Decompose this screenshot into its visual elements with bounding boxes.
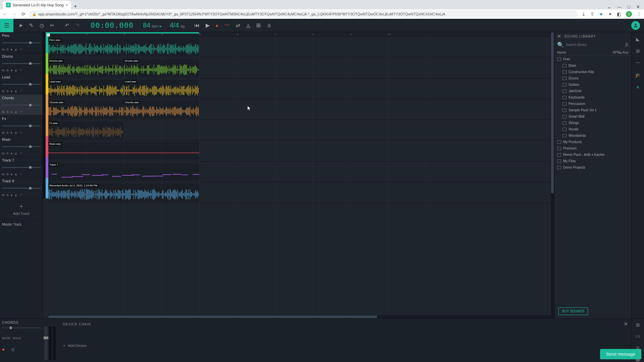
track-header[interactable]: Riser M S ● ⫼ 〰 bbox=[0, 136, 43, 157]
add-device-button[interactable]: + Add Device bbox=[63, 344, 617, 348]
user-avatar[interactable] bbox=[631, 21, 640, 30]
library-folder[interactable]: Sample Pack Vol 1 bbox=[554, 107, 631, 113]
extensions-icon[interactable]: ✦ bbox=[608, 11, 612, 17]
track-header[interactable]: Track 7 M S ● ⫼ 〰 bbox=[0, 157, 43, 178]
track-eq-icon[interactable]: ⫼ bbox=[14, 173, 17, 176]
bookmark-icon[interactable]: ★ bbox=[599, 11, 603, 17]
record-icon[interactable]: ● bbox=[216, 23, 218, 28]
scissors-tool-icon[interactable]: ✂ bbox=[50, 22, 54, 28]
timeline-ruler[interactable]: 2345678910 bbox=[48, 32, 551, 37]
track-volume-slider[interactable] bbox=[2, 42, 41, 43]
fader[interactable] bbox=[44, 326, 48, 360]
library-search-input[interactable] bbox=[566, 43, 623, 47]
mute-button[interactable]: M bbox=[2, 193, 5, 197]
solo-button[interactable]: S bbox=[7, 89, 9, 93]
close-window-icon[interactable]: ✕ bbox=[636, 4, 640, 9]
grid-icon[interactable]: ⊞ bbox=[636, 48, 640, 54]
library-folder[interactable]: Premium bbox=[554, 145, 631, 152]
track-volume-slider[interactable] bbox=[2, 63, 41, 64]
tab-close-icon[interactable]: × bbox=[66, 3, 68, 7]
track-automation-icon[interactable]: 〰 bbox=[19, 173, 22, 176]
solo-button[interactable]: S bbox=[7, 152, 9, 155]
audio-clip[interactable]: Perc.wav bbox=[48, 38, 199, 56]
marker-icon[interactable]: ◣ bbox=[636, 36, 640, 42]
browser-tab[interactable]: A Generated Lo-Fi Hip Hop Song × bbox=[3, 1, 71, 9]
audio-clip[interactable]: Riser.wav bbox=[48, 142, 199, 160]
track-automation-icon[interactable]: 〰 bbox=[19, 110, 22, 114]
sidepanel-icon[interactable]: ◧ bbox=[617, 11, 621, 17]
pencil-tool-icon[interactable]: ✎ bbox=[29, 22, 34, 28]
timer-tool-icon[interactable]: ◷ bbox=[40, 22, 44, 28]
arm-record-icon[interactable]: ● bbox=[11, 152, 12, 155]
track-automation-icon[interactable]: 〰 bbox=[19, 69, 22, 72]
add-track-button[interactable]: +Add Track bbox=[0, 198, 43, 220]
undo-icon[interactable]: ↶ bbox=[65, 22, 69, 28]
arm-record-icon[interactable]: ● bbox=[11, 110, 12, 114]
close-library-icon[interactable]: ✕ bbox=[557, 34, 561, 39]
audio-clip[interactable]: Track 7 bbox=[48, 163, 199, 181]
track-eq-icon[interactable]: ⫼ bbox=[14, 152, 17, 155]
track-lane[interactable]: Fx.wav bbox=[48, 120, 551, 141]
arm-record-icon[interactable]: ● bbox=[11, 193, 12, 197]
audio-clip[interactable]: Chords.wav bbox=[48, 101, 124, 119]
panel-icon[interactable]: ▭ bbox=[636, 334, 640, 339]
library-folder[interactable]: Keyboards bbox=[554, 94, 631, 101]
track-header[interactable]: Perc M S ● ⫼ 〰 bbox=[0, 32, 43, 53]
tracks-area[interactable]: Perc.wavDrums.wavDrums.wavLead.wavLead.w… bbox=[48, 37, 551, 315]
library-folder[interactable]: Demo Projects bbox=[554, 164, 631, 171]
track-volume-slider[interactable] bbox=[2, 84, 41, 85]
filter-icon[interactable]: ☰ bbox=[625, 43, 629, 47]
track-eq-icon[interactable]: ⫼ bbox=[14, 48, 17, 51]
vertical-scrollbar[interactable] bbox=[551, 32, 554, 318]
automation-icon[interactable]: 〰 bbox=[224, 22, 230, 28]
track-lane[interactable]: Chords.wavChords.wav bbox=[48, 99, 551, 120]
library-folder[interactable]: Construction Kits bbox=[554, 69, 631, 75]
track-automation-icon[interactable]: 〰 bbox=[19, 152, 22, 155]
track-volume-slider[interactable] bbox=[2, 167, 41, 168]
library-folder[interactable]: Drums bbox=[554, 75, 631, 81]
layout-icon[interactable]: ⊞ bbox=[636, 322, 640, 327]
device-record-icon[interactable]: ● bbox=[2, 347, 5, 352]
time-signature-display[interactable]: 4/4 sig bbox=[166, 21, 189, 29]
send-message-button[interactable]: Send message ⋮ bbox=[600, 349, 641, 359]
track-header[interactable]: Lead M S ● ⫼ 〰 bbox=[0, 74, 43, 95]
track-eq-icon[interactable]: ⫼ bbox=[14, 89, 17, 93]
mute-button[interactable]: M bbox=[2, 152, 5, 155]
track-automation-icon[interactable]: 〰 bbox=[19, 131, 22, 134]
forward-icon[interactable]: → bbox=[12, 11, 17, 17]
audio-clip[interactable]: Drums.wav bbox=[48, 59, 124, 77]
arm-record-icon[interactable]: ● bbox=[11, 89, 12, 93]
audio-clip[interactable]: Lead.wav bbox=[124, 80, 199, 98]
library-folder[interactable]: JamGrid bbox=[554, 88, 631, 94]
track-eq-icon[interactable]: ⫼ bbox=[14, 131, 17, 134]
chevron-down-icon[interactable]: ⌄ bbox=[607, 4, 611, 9]
buy-sounds-button[interactable]: BUY SOUNDS bbox=[558, 307, 588, 315]
profile-avatar[interactable]: S bbox=[626, 11, 632, 17]
audio-clip[interactable]: Fx.wav bbox=[48, 121, 124, 139]
track-automation-icon[interactable]: 〰 bbox=[19, 193, 22, 197]
mute-button[interactable]: M bbox=[2, 173, 5, 176]
library-toggle-icon[interactable]: ≡ bbox=[636, 84, 639, 90]
install-icon[interactable]: ⤓ bbox=[582, 11, 586, 17]
bpm-arrows-icon[interactable]: ▸ bbox=[160, 24, 162, 28]
metronome-icon[interactable]: ◬ bbox=[246, 22, 250, 28]
arm-record-icon[interactable]: ● bbox=[11, 131, 12, 134]
track-volume-slider[interactable] bbox=[2, 188, 41, 189]
solo-button[interactable]: S bbox=[7, 131, 9, 134]
track-eq-icon[interactable]: ⫼ bbox=[14, 193, 17, 197]
mute-button[interactable]: M bbox=[2, 131, 5, 134]
track-lane[interactable]: Track 7 bbox=[48, 162, 551, 182]
solo-button[interactable]: S bbox=[7, 48, 9, 51]
library-folder[interactable]: Guitars bbox=[554, 81, 631, 88]
device-solo-button[interactable]: SOLO bbox=[13, 337, 21, 340]
library-folder[interactable]: Smart Midi bbox=[554, 113, 631, 120]
track-lane[interactable]: Lead.wavLead.wav bbox=[48, 78, 551, 99]
mute-button[interactable]: M bbox=[2, 110, 5, 114]
master-track-header[interactable]: Master Track bbox=[0, 220, 43, 228]
arm-record-icon[interactable]: ● bbox=[11, 48, 12, 51]
hamburger-menu-button[interactable]: ☰ bbox=[0, 19, 13, 32]
track-lane[interactable]: Recorded Audio Jul 4, 2023, 1:24:56 PM bbox=[48, 182, 551, 203]
track-header[interactable]: Chords M S ● ⫼ 〰 bbox=[0, 95, 43, 115]
library-folder[interactable]: Woodwinds bbox=[554, 132, 631, 139]
maximize-icon[interactable]: □ bbox=[628, 4, 630, 9]
